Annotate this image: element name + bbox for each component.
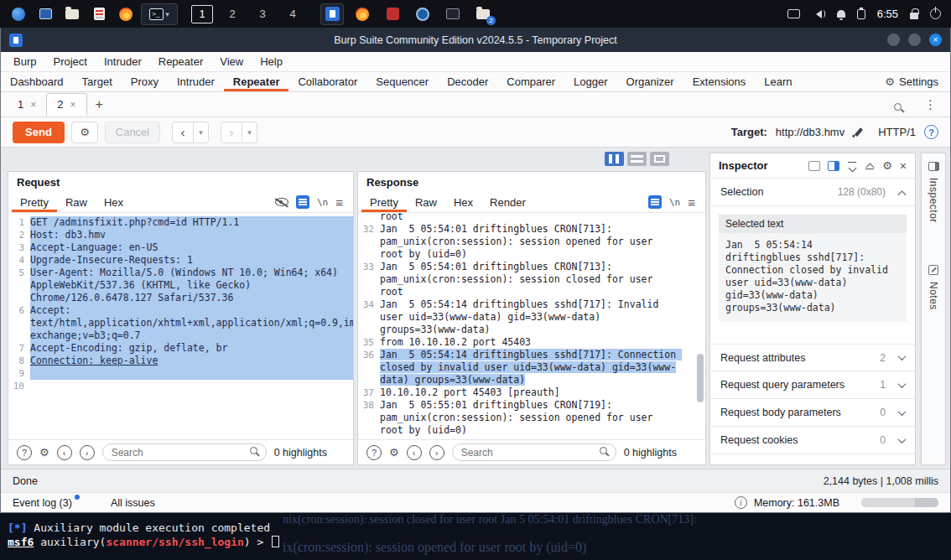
search-icon[interactable] xyxy=(894,103,904,113)
prev-match-button[interactable]: ‹ xyxy=(57,445,72,460)
close-tab-icon[interactable]: × xyxy=(70,99,75,111)
tab-logger[interactable]: Logger xyxy=(564,72,616,91)
tab-target[interactable]: Target xyxy=(73,72,122,91)
files-window-button[interactable]: 2 xyxy=(471,3,495,25)
request-query-parameters-section[interactable]: Request query parameters 1 xyxy=(710,371,915,399)
power-icon[interactable] xyxy=(930,8,941,19)
workspace-3[interactable]: 3 xyxy=(252,5,273,23)
burp-window-button[interactable] xyxy=(320,3,344,25)
rows-layout-button[interactable] xyxy=(627,152,647,166)
help-icon[interactable]: ? xyxy=(924,125,938,139)
http-version-selector[interactable]: HTTP/1 xyxy=(878,126,916,138)
terminal-window-button[interactable] xyxy=(441,3,465,25)
clipboard-icon[interactable] xyxy=(857,9,865,19)
request-editor[interactable]: 1GET /adminsfixit.php?cmd=id HTTP/1.1 2H… xyxy=(8,213,353,441)
response-tab-render[interactable]: Render xyxy=(481,192,534,212)
volume-icon[interactable] xyxy=(812,10,825,18)
dropdown-caret-icon[interactable]: ▾ xyxy=(165,10,169,18)
tab-collaborator[interactable]: Collaborator xyxy=(288,72,366,91)
newline-toggle-icon[interactable]: \n xyxy=(317,197,328,208)
request-cookies-section[interactable]: Request cookies 0 xyxy=(710,427,915,454)
single-layout-button[interactable] xyxy=(650,152,669,166)
pane-view-active-icon[interactable] xyxy=(828,161,839,171)
search-help-icon[interactable]: ? xyxy=(17,445,32,460)
red-app-window-button[interactable] xyxy=(381,3,404,25)
inspector-settings-icon[interactable]: ⚙ xyxy=(882,160,892,171)
minimize-button[interactable] xyxy=(887,34,900,46)
settings-button[interactable]: ⚙ Settings xyxy=(873,72,950,91)
editor-menu-icon[interactable]: ≡ xyxy=(688,196,695,209)
window-titlebar[interactable]: Burp Suite Community Edition v2024.5.5 -… xyxy=(1,28,950,52)
response-search-input[interactable] xyxy=(452,443,616,461)
side-tab-inspector[interactable]: Inspector xyxy=(922,153,945,223)
search-settings-icon[interactable]: ⚙ xyxy=(39,447,49,458)
menu-repeater[interactable]: Repeater xyxy=(151,53,210,70)
back-button[interactable]: ‹ xyxy=(172,122,194,143)
tab-intruder[interactable]: Intruder xyxy=(168,72,224,91)
search-settings-icon[interactable]: ⚙ xyxy=(389,447,399,458)
columns-layout-button[interactable] xyxy=(605,152,624,166)
window-app-icon[interactable] xyxy=(34,3,57,25)
request-tab-raw[interactable]: Raw xyxy=(57,192,96,212)
firefox-window-button[interactable] xyxy=(351,3,374,25)
files-app-icon[interactable] xyxy=(60,3,84,25)
menu-help[interactable]: Help xyxy=(252,53,290,70)
menu-burp[interactable]: Burp xyxy=(6,53,44,70)
workspace-1[interactable]: 1 xyxy=(191,5,213,23)
display-icon[interactable] xyxy=(787,9,800,18)
request-tab-pretty[interactable]: Pretty xyxy=(12,192,57,212)
close-inspector-icon[interactable]: × xyxy=(900,160,907,172)
notifications-bell-icon[interactable] xyxy=(837,10,845,18)
pretty-print-indicator-icon[interactable] xyxy=(648,195,662,209)
forward-dropdown-button[interactable]: ▾ xyxy=(242,122,257,143)
tab-decoder[interactable]: Decoder xyxy=(438,72,497,91)
cancel-button[interactable]: Cancel xyxy=(105,122,160,143)
clock[interactable]: 6:55 xyxy=(877,8,898,20)
firefox-launcher-icon[interactable] xyxy=(114,3,138,25)
send-settings-button[interactable]: ⚙ xyxy=(71,122,98,143)
newline-toggle-icon[interactable]: \n xyxy=(669,197,680,208)
response-tab-raw[interactable]: Raw xyxy=(407,192,445,212)
collapse-all-icon[interactable] xyxy=(865,161,875,171)
search-help-icon[interactable]: ? xyxy=(366,445,382,460)
close-button[interactable]: × xyxy=(929,34,942,46)
workspace-4[interactable]: 4 xyxy=(282,5,304,23)
forward-button[interactable]: › xyxy=(221,122,242,143)
repeater-tab-2[interactable]: 2 × xyxy=(46,93,86,116)
response-tab-pretty[interactable]: Pretty xyxy=(361,192,407,212)
response-scrollbar-thumb[interactable] xyxy=(697,354,704,402)
hide-request-icon[interactable] xyxy=(275,198,288,206)
request-tab-hex[interactable]: Hex xyxy=(96,192,132,212)
edit-target-icon[interactable] xyxy=(853,127,863,137)
side-tab-notes[interactable]: Notes xyxy=(922,223,945,310)
prev-match-button[interactable]: ‹ xyxy=(407,445,422,460)
send-button[interactable]: Send xyxy=(13,122,65,143)
selected-log-text[interactable]: Jan 5 05:54:14 driftingblues sshd[717]: … xyxy=(380,349,682,386)
add-tab-button[interactable]: + xyxy=(87,97,112,112)
next-match-button[interactable]: › xyxy=(429,445,444,460)
tab-sequencer[interactable]: Sequencer xyxy=(366,72,438,91)
request-attributes-section[interactable]: Request attributes 2 xyxy=(710,344,915,371)
menu-project[interactable]: Project xyxy=(45,53,94,70)
text-editor-app-icon[interactable] xyxy=(87,3,111,25)
response-editor[interactable]: root 32Jan 5 05:54:01 driftingblues CRON… xyxy=(358,213,705,441)
pane-view-icon[interactable] xyxy=(808,161,820,171)
lock-screen-icon[interactable] xyxy=(910,13,918,19)
tab-extensions[interactable]: Extensions xyxy=(683,72,756,91)
tab-proxy[interactable]: Proxy xyxy=(122,72,168,91)
repeater-tab-1[interactable]: 1 × xyxy=(8,94,46,115)
tab-learn[interactable]: Learn xyxy=(755,72,801,91)
tab-organizer[interactable]: Organizer xyxy=(617,72,683,91)
maximize-button[interactable] xyxy=(908,34,921,46)
all-issues-link[interactable]: All issues xyxy=(111,497,155,509)
request-search-input[interactable] xyxy=(102,443,267,461)
tab-repeater[interactable]: Repeater xyxy=(224,72,289,91)
terminal-prompt-line[interactable]: msf6 auxiliary(scanner/ssh/ssh_login) > xyxy=(8,536,279,548)
zap-window-button[interactable] xyxy=(411,3,434,25)
kali-menu-icon[interactable] xyxy=(7,3,30,25)
menu-intruder[interactable]: Intruder xyxy=(96,53,149,70)
close-tab-icon[interactable]: × xyxy=(30,99,36,111)
tab-comparer[interactable]: Comparer xyxy=(497,72,564,91)
event-log-link[interactable]: Event log (3) xyxy=(13,497,72,509)
next-match-button[interactable]: › xyxy=(80,445,95,460)
